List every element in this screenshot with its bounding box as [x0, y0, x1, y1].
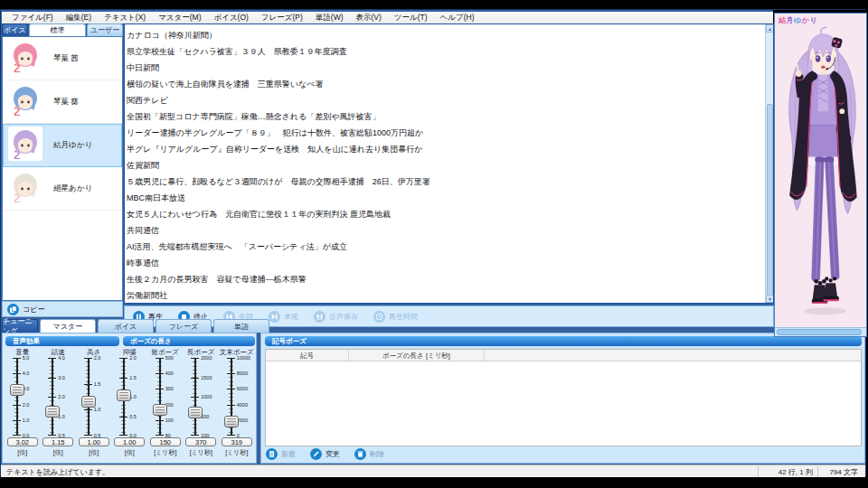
slider-track-area[interactable]: 4.03.02.01.00.5	[42, 358, 73, 436]
tuning-tab-2[interactable]: フレーズ	[156, 319, 212, 333]
hscrollbar-thumb[interactable]	[777, 329, 862, 335]
scroll-up-icon[interactable]: ▲	[766, 24, 774, 33]
column-symbol[interactable]: 記号	[266, 350, 349, 361]
slider-track-area[interactable]: 1000080006000400020000	[222, 358, 252, 436]
menu-item-5[interactable]: フレーズ(P)	[255, 13, 309, 23]
slider-unit: [ミリ秒]	[190, 448, 212, 457]
slider-handle[interactable]	[45, 406, 60, 418]
column-pause-length[interactable]: ポーズの長さ [ミリ秒]	[349, 350, 485, 361]
voice-preset-row[interactable]: 2紲星あかり	[3, 167, 122, 211]
slider-value[interactable]: 1.00	[114, 437, 145, 446]
slider-value[interactable]: 150	[150, 437, 181, 446]
tab-user[interactable]: ユーザー	[87, 23, 123, 36]
slider-track-area[interactable]: 200015001000500100	[185, 358, 216, 436]
symbol-pause-table[interactable]: 記号 ポーズの長さ [ミリ秒]	[265, 349, 862, 446]
scroll-down-icon[interactable]: ▼	[766, 295, 774, 303]
editor-line[interactable]: 女児５人にわいせつ行為 元自衛官に懲役１１年の実刑判決 鹿児島地裁	[127, 210, 391, 219]
editor-line[interactable]: 共同通信	[127, 226, 159, 235]
slider-handle[interactable]	[188, 407, 203, 418]
voice-preset-row[interactable]: 2琴葉 茜	[3, 37, 122, 80]
editor-line[interactable]: 生後２カ月の長男殺害 容疑で母逮捕―栃木県警	[127, 275, 307, 284]
slider-unit: [倍]	[89, 448, 99, 457]
new-button[interactable]: 新規	[266, 448, 296, 460]
scrollbar-thumb[interactable]	[767, 104, 773, 296]
editor-scrollbar[interactable]: ▲ ▼	[765, 24, 773, 303]
editor-line[interactable]: 県立学校生徒「セクハラ被害」３９人 県教委１９年度調査	[127, 47, 347, 56]
menu-item-8[interactable]: ツール(T)	[388, 13, 434, 23]
slider-value[interactable]: 319	[222, 437, 252, 446]
playback-button-save[interactable]: 音声保存	[314, 311, 358, 323]
tick-label: 0.0	[23, 433, 30, 438]
voice-preset-list: 2琴葉 茜 2琴葉 葵 2結月ゆかり 2紲星あかり	[2, 36, 123, 301]
slider-track-area[interactable]: 2.01.51.00.5	[79, 358, 109, 436]
avatar: 2	[8, 127, 42, 164]
tuning-tab-3[interactable]: 単語	[213, 319, 269, 333]
tick-label: 10000	[237, 355, 250, 361]
editor-line[interactable]: 労働新聞社	[127, 291, 167, 300]
menu-item-3[interactable]: マスター(M)	[152, 13, 207, 23]
menu-item-0[interactable]: ファイル(F)	[5, 13, 60, 23]
slider-handle[interactable]	[117, 389, 131, 401]
slider-value[interactable]: 370	[185, 437, 216, 446]
editor-line[interactable]: AI活用、先端都市構想実現へ 「スーパーシティ法」が成立	[127, 242, 347, 251]
slider-track-area[interactable]: 5.04.03.02.01.00.0	[7, 358, 38, 436]
slider-handle[interactable]	[153, 404, 167, 416]
slider-unit: [倍]	[17, 448, 27, 457]
slider-handle[interactable]	[224, 416, 239, 427]
slider-handle[interactable]	[81, 396, 96, 408]
slider-handle[interactable]	[10, 384, 24, 396]
copy-icon[interactable]	[7, 304, 19, 315]
menu-item-7[interactable]: 表示(V)	[349, 13, 387, 23]
status-bar: テキストを読み上げています。 42 行, 1 列 794 文字	[1, 465, 865, 477]
svg-text:2: 2	[14, 191, 21, 204]
tab-tuning[interactable]: チューニング	[2, 319, 38, 333]
editor-line[interactable]: 半グレ『リアルグループ』自称リーダーを送検 知人を山に連れ去り集団暴行か	[127, 145, 422, 154]
voice-preset-row[interactable]: 2結月ゆかり	[3, 124, 122, 167]
editor-line[interactable]: 全国初「新型コロナ専門病院」稼働…懸念される「差別や風評被害」	[127, 112, 380, 121]
tick-label: 2.0	[58, 394, 65, 399]
editor-line[interactable]: 横領の疑いで海上自衛隊員を逮捕 三重県警いなべ署	[127, 80, 323, 89]
voice-preset-tabs: ボイス 標準 ユーザー	[2, 23, 123, 36]
symbol-pause-buttons: 新規変更削除	[266, 448, 384, 460]
editor-line[interactable]: リーダー逮捕の半グレグループ「８９」 犯行は十数件、被害総額1000万円超か	[127, 128, 423, 137]
edit-button[interactable]: 変更	[310, 448, 340, 460]
editor-line[interactable]: ５歳男児に暴行、顔殴るなど３週間のけが 母親の交際相手逮捕 26日、伊万里署	[127, 177, 430, 186]
menu-item-2[interactable]: テキスト(X)	[98, 13, 152, 23]
editor-line[interactable]: 佐賀新聞	[127, 161, 159, 170]
tick-label: 80	[165, 433, 171, 438]
slider-value[interactable]: 1.00	[79, 437, 109, 446]
tab-voice[interactable]: ボイス	[2, 23, 28, 36]
voice-preset-row[interactable]: 2琴葉 葵	[3, 80, 122, 124]
tuning-tab-0[interactable]: マスター	[40, 319, 96, 333]
menu-item-4[interactable]: ボイス(O)	[207, 13, 254, 23]
editor-line[interactable]: 関西テレビ	[127, 96, 168, 105]
playback-button-skip-end[interactable]: 末尾	[269, 311, 298, 323]
tick-label: 0.5	[94, 433, 101, 438]
slider-value[interactable]: 3.02	[7, 437, 38, 446]
editor-lines: カナロコ（神奈川新聞）県立学校生徒「セクハラ被害」３９人 県教委１９年度調査中日…	[127, 25, 763, 302]
menu-item-9[interactable]: ヘルプ(H)	[434, 13, 481, 23]
section-voice-effects: 音声効果	[5, 336, 119, 346]
editor-line[interactable]: カナロコ（神奈川新聞）	[127, 31, 217, 40]
skip-end-icon	[269, 311, 280, 323]
symbol-pause-panel: 記号ポーズ 記号 ポーズの長さ [ミリ秒] 新規変更削除	[260, 333, 865, 464]
status-separator	[817, 466, 818, 477]
playback-button-clock[interactable]: 再生時間	[373, 311, 418, 323]
menu-item-6[interactable]: 単語(W)	[309, 13, 350, 23]
section-pause-length: ポーズの長さ	[123, 336, 255, 346]
delete-button[interactable]: 削除	[354, 448, 384, 460]
slider-value[interactable]: 1.15	[42, 437, 73, 446]
character-hscrollbar[interactable]	[775, 327, 866, 336]
menu-item-1[interactable]: 編集(E)	[60, 13, 98, 23]
editor-line[interactable]: 時事通信	[127, 258, 159, 267]
tab-standard[interactable]: 標準	[29, 23, 87, 36]
editor-line[interactable]: 中日新聞	[127, 63, 159, 72]
editor-line[interactable]: MBC南日本放送	[127, 193, 185, 202]
slider-track-area[interactable]: 50040030020010080	[150, 358, 181, 436]
button-label: 新規	[281, 449, 296, 459]
slider-track-area[interactable]: 2.01.51.00.50.0	[114, 358, 145, 436]
tick-label: 3.0	[58, 375, 65, 380]
text-editor[interactable]: カナロコ（神奈川新聞）県立学校生徒「セクハラ被害」３９人 県教委１９年度調査中日…	[124, 23, 774, 304]
copy-button[interactable]: コピー	[23, 305, 44, 314]
tuning-tab-1[interactable]: ボイス	[98, 319, 154, 333]
